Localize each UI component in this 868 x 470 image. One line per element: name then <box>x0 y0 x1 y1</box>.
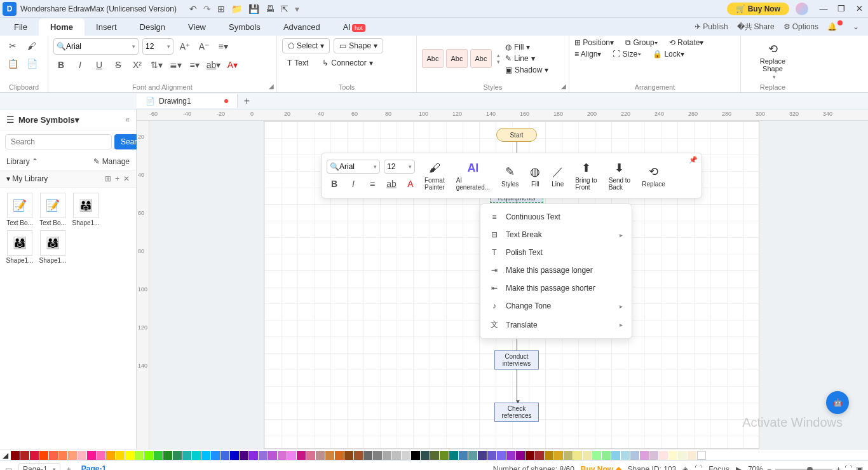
mini-align-icon[interactable]: ≡ <box>365 176 380 191</box>
color-swatch[interactable] <box>583 451 592 460</box>
color-swatch[interactable] <box>344 451 353 460</box>
maximize-button[interactable]: ❐ <box>832 4 850 13</box>
color-swatch[interactable] <box>154 451 163 460</box>
minimize-button[interactable]: — <box>815 4 832 13</box>
eyedropper-icon[interactable]: ◢ <box>3 451 8 460</box>
doc-tab[interactable]: 📄 Drawing1 <box>137 94 238 108</box>
cut-icon[interactable]: ✂ <box>5 38 20 53</box>
mini-bring-front[interactable]: ⬆Bring to Front <box>570 160 602 191</box>
mini-fill-button[interactable]: ◍Fill <box>525 164 545 188</box>
options-button[interactable]: ⚙ Options <box>783 22 818 31</box>
more-symbols-label[interactable]: More Symbols▾ <box>18 115 121 125</box>
open-icon[interactable]: 📁 <box>231 4 242 14</box>
font-dialog-launcher[interactable]: ◢ <box>269 83 274 90</box>
color-swatch[interactable] <box>316 451 325 460</box>
tab-design[interactable]: Design <box>128 18 177 36</box>
mini-bold-icon[interactable]: B <box>327 176 342 191</box>
mini-format-painter[interactable]: 🖌Format Painter <box>419 160 450 191</box>
line-button[interactable]: ✎ Line ▾ <box>503 53 551 64</box>
color-swatch[interactable] <box>106 451 115 460</box>
styles-dialog-launcher[interactable]: ◢ <box>561 83 566 90</box>
collapse-sidebar-icon[interactable]: « <box>125 115 130 124</box>
presentation-icon[interactable]: ⛶ <box>695 465 702 470</box>
library-item[interactable]: 📝Text Bo... <box>5 193 34 226</box>
spacing-icon[interactable]: ⇅▾ <box>149 57 164 73</box>
mini-size-select[interactable]: ▾ <box>384 160 415 174</box>
export-icon[interactable]: ⇱ <box>281 4 288 14</box>
redo-icon[interactable]: ↷ <box>203 4 211 14</box>
color-swatch[interactable] <box>249 451 258 460</box>
decrease-font-icon[interactable]: A⁻ <box>196 39 212 54</box>
lock-button[interactable]: 🔒 Lock▾ <box>653 50 684 59</box>
color-swatch[interactable] <box>287 451 296 460</box>
mini-line-button[interactable]: ／Line <box>546 164 569 188</box>
connector-tool[interactable]: ↳ Connector ▾ <box>317 56 377 70</box>
color-swatch[interactable] <box>545 451 553 460</box>
color-swatch[interactable] <box>39 451 48 460</box>
start-shape[interactable]: Start <box>496 128 537 142</box>
fill-button[interactable]: ◍ Fill ▾ <box>503 42 551 52</box>
lib-add-icon[interactable]: + <box>115 174 119 183</box>
color-swatch[interactable] <box>335 451 344 460</box>
publish-button[interactable]: ✈ Publish <box>695 22 728 31</box>
library-item[interactable]: 📝Text Bo... <box>38 193 67 226</box>
replace-shape-button[interactable]: ⟲ Replace Shape ▾ <box>746 38 799 84</box>
color-swatch[interactable] <box>668 451 677 460</box>
color-swatch[interactable] <box>68 451 77 460</box>
color-swatch[interactable] <box>459 451 468 460</box>
color-swatch[interactable] <box>306 451 315 460</box>
font-size-select[interactable]: ▾ <box>142 38 173 55</box>
color-swatch[interactable] <box>259 451 268 460</box>
save-icon[interactable]: 💾 <box>248 4 259 14</box>
color-swatch[interactable] <box>182 451 191 460</box>
color-swatch[interactable] <box>621 451 630 460</box>
bullets-icon[interactable]: ≣▾ <box>168 57 183 73</box>
tab-symbols[interactable]: Symbols <box>217 18 272 36</box>
align-button[interactable]: ≡ Align▾ <box>574 50 601 59</box>
share-button[interactable]: �共 Share <box>737 22 775 32</box>
color-swatch[interactable] <box>97 451 105 460</box>
color-swatch[interactable] <box>201 451 210 460</box>
font-color-icon[interactable]: A▾ <box>225 57 240 73</box>
position-button[interactable]: ⊞ Position▾ <box>574 38 614 47</box>
color-swatch[interactable] <box>11 451 20 460</box>
color-swatch[interactable] <box>564 451 573 460</box>
page-tab[interactable]: Page-1 <box>78 463 110 470</box>
rotate-button[interactable]: ⟲ Rotate▾ <box>669 38 704 47</box>
color-swatch[interactable] <box>392 451 401 460</box>
bold-icon[interactable]: B <box>53 57 69 73</box>
color-swatch[interactable] <box>535 451 544 460</box>
color-swatch[interactable] <box>659 451 668 460</box>
style-preset-2[interactable]: Abc <box>446 49 468 68</box>
mini-color-icon[interactable]: A <box>403 176 418 191</box>
color-swatch[interactable] <box>554 451 563 460</box>
library-item[interactable]: 👨‍👩‍👧Shape1... <box>5 230 34 264</box>
conduct-shape[interactable]: Conduct interviews <box>494 350 539 370</box>
font-select[interactable]: 🔍▾ <box>53 38 139 55</box>
focus-button[interactable]: Focus <box>709 465 729 470</box>
color-swatch[interactable] <box>383 451 391 460</box>
color-swatch[interactable] <box>373 451 382 460</box>
tab-advanced[interactable]: Advanced <box>272 18 332 36</box>
check-shape[interactable]: Check references <box>494 403 539 422</box>
color-swatch[interactable] <box>602 451 611 460</box>
shadow-button[interactable]: ▣ Shadow ▾ <box>503 65 551 75</box>
user-avatar[interactable] <box>796 3 808 15</box>
mini-styles-button[interactable]: ✎Styles <box>496 164 524 188</box>
color-swatch[interactable] <box>20 451 29 460</box>
color-swatch[interactable] <box>688 451 696 460</box>
color-swatch[interactable] <box>135 451 144 460</box>
tab-view[interactable]: View <box>177 18 217 36</box>
group-button[interactable]: ⧉ Group▾ <box>625 38 658 47</box>
color-swatch[interactable] <box>325 451 334 460</box>
color-swatch[interactable] <box>611 451 620 460</box>
size-button[interactable]: ⛶ Size▾ <box>613 50 641 59</box>
color-swatch[interactable] <box>173 451 182 460</box>
color-swatch[interactable] <box>30 451 39 460</box>
color-swatch[interactable] <box>49 451 58 460</box>
undo-icon[interactable]: ↶ <box>189 4 197 14</box>
style-up-icon[interactable]: ▴ <box>497 52 500 59</box>
mini-ai-button[interactable]: AIAI generated... <box>451 160 495 191</box>
color-swatch[interactable] <box>678 451 687 460</box>
menu-text-break[interactable]: ⊟Text Break▸ <box>480 226 632 244</box>
